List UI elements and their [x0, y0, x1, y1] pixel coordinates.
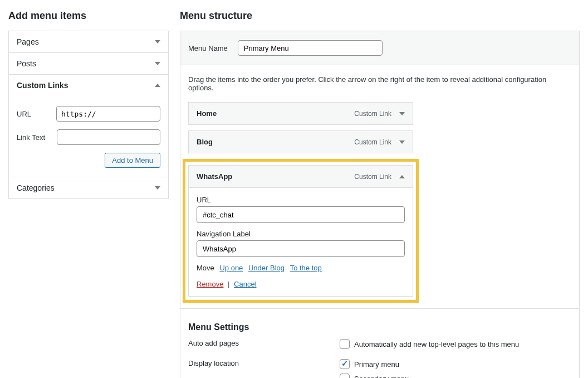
- chevron-down-icon: [155, 40, 160, 43]
- chevron-down-icon: [155, 186, 160, 190]
- accordion-custom-links: Custom Links URL Link Text Add to Menu: [8, 74, 169, 177]
- move-to-top-link[interactable]: To the top: [290, 264, 322, 272]
- add-to-menu-button[interactable]: Add to Menu: [105, 153, 160, 168]
- menu-item-type: Custom Link: [354, 110, 391, 118]
- menu-item-blog[interactable]: Blog Custom Link: [188, 130, 413, 153]
- menu-item-whatsapp-header[interactable]: WhatsApp Custom Link: [189, 166, 413, 187]
- chevron-down-icon: [399, 112, 405, 115]
- accordion-pages[interactable]: Pages: [8, 31, 169, 53]
- menu-structure-panel: Menu Name Drag the items into the order …: [180, 31, 580, 378]
- auto-add-checkbox[interactable]: [340, 339, 350, 349]
- menu-item-name: Blog: [197, 138, 354, 146]
- display-location-label: Display location: [188, 359, 340, 378]
- move-up-one-link[interactable]: Up one: [219, 264, 243, 272]
- menu-item-type: Custom Link: [354, 173, 391, 181]
- menu-name-label: Menu Name: [188, 44, 228, 52]
- menu-item-whatsapp: WhatsApp Custom Link URL Navigation Labe…: [188, 165, 413, 297]
- separator: |: [228, 280, 229, 288]
- secondary-menu-option[interactable]: Secondary menu: [340, 374, 409, 378]
- accordion-pages-label: Pages: [17, 37, 39, 46]
- primary-menu-option[interactable]: Primary menu: [340, 359, 409, 369]
- accordion-posts-label: Posts: [17, 59, 36, 68]
- url-label: URL: [17, 110, 56, 118]
- menu-name-input[interactable]: [238, 40, 383, 56]
- auto-add-pages-option[interactable]: Automatically add new top-level pages to…: [340, 339, 519, 349]
- highlighted-menu-item: WhatsApp Custom Link URL Navigation Labe…: [183, 159, 419, 303]
- chevron-up-icon: [399, 175, 405, 178]
- chevron-down-icon: [399, 140, 405, 144]
- accordion-custom-links-header[interactable]: Custom Links: [9, 75, 168, 96]
- add-menu-items-heading: Add menu items: [8, 10, 169, 22]
- menu-item-home[interactable]: Home Custom Link: [188, 102, 413, 125]
- accordion-posts[interactable]: Posts: [8, 52, 169, 75]
- chevron-down-icon: [155, 62, 160, 65]
- accordion-custom-links-label: Custom Links: [17, 81, 68, 90]
- link-text-label: Link Text: [17, 133, 57, 142]
- item-url-label: URL: [197, 196, 405, 204]
- move-label: Move: [197, 264, 214, 272]
- item-url-input[interactable]: [197, 206, 405, 223]
- menu-item-type: Custom Link: [354, 138, 391, 146]
- item-navlabel-label: Navigation Label: [197, 230, 405, 238]
- auto-add-pages-label: Auto add pages: [188, 339, 340, 353]
- menu-settings-heading: Menu Settings: [188, 322, 571, 332]
- url-input[interactable]: [56, 106, 160, 122]
- move-under-link[interactable]: Under Blog: [248, 264, 285, 272]
- link-text-input[interactable]: [57, 129, 160, 145]
- accordion-categories[interactable]: Categories: [8, 177, 169, 199]
- instructions-text: Drag the items into the order you prefer…: [180, 65, 579, 95]
- chevron-up-icon: [155, 84, 160, 87]
- menu-structure-heading: Menu structure: [180, 10, 580, 22]
- accordion-categories-label: Categories: [17, 183, 55, 192]
- secondary-menu-checkbox[interactable]: [340, 374, 350, 378]
- menu-item-name: WhatsApp: [197, 172, 354, 181]
- menu-item-name: Home: [197, 109, 354, 118]
- cancel-link[interactable]: Cancel: [234, 280, 256, 288]
- remove-link[interactable]: Remove: [197, 280, 223, 288]
- item-navlabel-input[interactable]: [197, 240, 405, 257]
- primary-menu-checkbox[interactable]: [340, 359, 350, 369]
